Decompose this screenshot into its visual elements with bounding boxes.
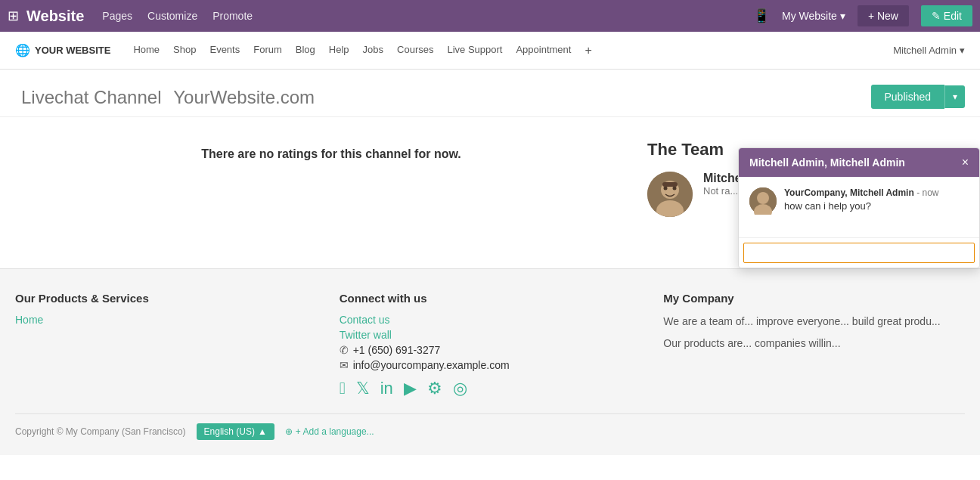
footer-company-text2: Our products are... companies willin... (663, 336, 965, 351)
page-header-area: Livechat Channel YourWebsite.com Publish… (0, 70, 980, 117)
chevron-up-icon: ▲ (258, 426, 267, 437)
site-nav-events[interactable]: Events (209, 44, 240, 57)
footer-email: ✉ info@yourcompany.example.com (340, 359, 641, 371)
footer-bottom: Copyright © My Company (San Francisco) E… (15, 413, 965, 440)
footer-company-section: My Company We are a team of... improve e… (663, 292, 965, 398)
nav-promote[interactable]: Promote (212, 10, 253, 22)
language-button[interactable]: English (US) ▲ (197, 423, 274, 440)
site-nav-livesupport[interactable]: Live Support (447, 44, 502, 57)
site-logo: 🌐 YOUR WEBSITE (15, 43, 110, 57)
site-nav: Home Shop Events Forum Blog Help Jobs Co… (133, 44, 893, 57)
social-linkedin-link[interactable]: in (380, 379, 393, 398)
published-dropdown-button[interactable]: ▾ (944, 85, 965, 108)
site-nav-shop[interactable]: Shop (173, 44, 196, 57)
top-nav-links: Pages Customize Promote (102, 10, 253, 22)
email-icon: ✉ (340, 359, 349, 371)
site-nav-appointment[interactable]: Appointment (516, 44, 571, 57)
svg-point-4 (673, 187, 677, 190)
published-button[interactable]: Published (871, 85, 945, 109)
svg-rect-5 (662, 182, 678, 187)
footer-copyright: Copyright © My Company (San Francisco) (15, 426, 186, 437)
chat-message-content: YourCompany, Mitchell Admin - now how ca… (784, 187, 938, 212)
main-right: The Team Mitchell Admin (647, 140, 965, 246)
main-content: There are no ratings for this channel fo… (0, 117, 980, 268)
footer-products-heading: Our Products & Services (15, 292, 317, 305)
no-ratings-text: There are no ratings for this channel fo… (15, 140, 647, 161)
social-instagram-link[interactable]: ◎ (453, 379, 467, 398)
site-header-right: Mitchell Admin ▾ (893, 45, 965, 56)
add-language-button[interactable]: ⊕ + Add a language... (285, 426, 374, 437)
chat-message: YourCompany, Mitchell Admin - now how ca… (749, 187, 969, 215)
footer: Our Products & Services Home Connect wit… (0, 268, 980, 455)
mobile-icon[interactable]: 📱 (753, 8, 770, 24)
chat-popup-title: Mitchell Admin, Mitchell Admin (749, 156, 905, 169)
chat-sender: YourCompany, Mitchell Admin - now (784, 187, 938, 198)
chat-popup-header: Mitchell Admin, Mitchell Admin × (739, 148, 979, 177)
chevron-down-icon: ▾ (960, 45, 965, 56)
footer-company-text1: We are a team of... improve everyone... … (663, 314, 965, 330)
social-youtube-link[interactable]: ▶ (404, 379, 417, 398)
site-nav-home[interactable]: Home (133, 44, 160, 57)
chat-popup-body: YourCompany, Mitchell Admin - now how ca… (739, 177, 979, 237)
chevron-down-icon: ▾ (840, 10, 845, 22)
site-nav-courses[interactable]: Courses (397, 44, 433, 57)
top-navbar: ⊞ Website Pages Customize Promote 📱 My W… (0, 0, 980, 32)
globe-icon: 🌐 (15, 43, 30, 57)
chat-popup-input-area (739, 237, 979, 268)
admin-menu-button[interactable]: Mitchell Admin ▾ (893, 45, 965, 56)
footer-connect-section: Connect with us Contact us Twitter wall … (340, 292, 641, 398)
footer-twitter-wall-link[interactable]: Twitter wall (340, 329, 641, 341)
phone-icon: ✆ (340, 344, 349, 356)
site-nav-forum[interactable]: Forum (253, 44, 282, 57)
brand-name: Website (26, 8, 84, 25)
chat-message-text: how can i help you? (784, 200, 938, 212)
site-nav-help[interactable]: Help (329, 44, 349, 57)
site-nav-jobs[interactable]: Jobs (363, 44, 383, 57)
chat-avatar (749, 187, 777, 215)
nav-customize[interactable]: Customize (147, 10, 197, 22)
nav-pages[interactable]: Pages (102, 10, 132, 22)
footer-contact-us-link[interactable]: Contact us (340, 314, 641, 326)
page-title: Livechat Channel YourWebsite.com (15, 85, 315, 109)
social-twitter-link[interactable]: 𝕏 (356, 379, 370, 398)
social-github-link[interactable]: ⚙ (427, 379, 442, 398)
site-nav-blog[interactable]: Blog (296, 44, 315, 57)
chat-input[interactable] (743, 243, 975, 263)
top-nav-right: 📱 My Website ▾ + New ✎ Edit (753, 5, 972, 26)
footer-connect-heading: Connect with us (340, 292, 641, 305)
main-left: There are no ratings for this channel fo… (15, 140, 647, 246)
site-header: 🌐 YOUR WEBSITE Home Shop Events Forum Bl… (0, 32, 980, 70)
chat-popup: Mitchell Admin, Mitchell Admin × YourC (738, 147, 980, 268)
svg-point-3 (664, 187, 668, 190)
chat-popup-close-button[interactable]: × (962, 156, 969, 169)
published-btn-group: Published ▾ (871, 85, 966, 109)
footer-social-links:  𝕏 in ▶ ⚙ ◎ (340, 379, 641, 398)
avatar (647, 172, 693, 217)
footer-products-home-link[interactable]: Home (15, 314, 317, 326)
footer-grid: Our Products & Services Home Connect wit… (15, 292, 965, 398)
grid-icon[interactable]: ⊞ (8, 8, 19, 24)
footer-products-section: Our Products & Services Home (15, 292, 317, 398)
plus-icon: ⊕ (285, 426, 293, 437)
footer-company-heading: My Company (663, 292, 965, 305)
edit-button[interactable]: ✎ Edit (921, 5, 972, 26)
svg-point-7 (757, 192, 769, 204)
add-nav-item-button[interactable]: + (585, 44, 591, 57)
footer-phone: ✆ +1 (650) 691-3277 (340, 344, 641, 356)
my-website-button[interactable]: My Website ▾ (782, 10, 845, 22)
new-button[interactable]: + New (858, 5, 909, 26)
social-facebook-link[interactable]:  (340, 379, 346, 398)
